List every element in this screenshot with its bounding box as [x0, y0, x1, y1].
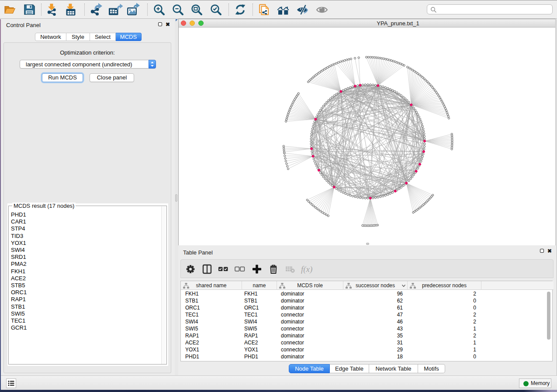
- svg-text:f(x): f(x): [301, 265, 312, 274]
